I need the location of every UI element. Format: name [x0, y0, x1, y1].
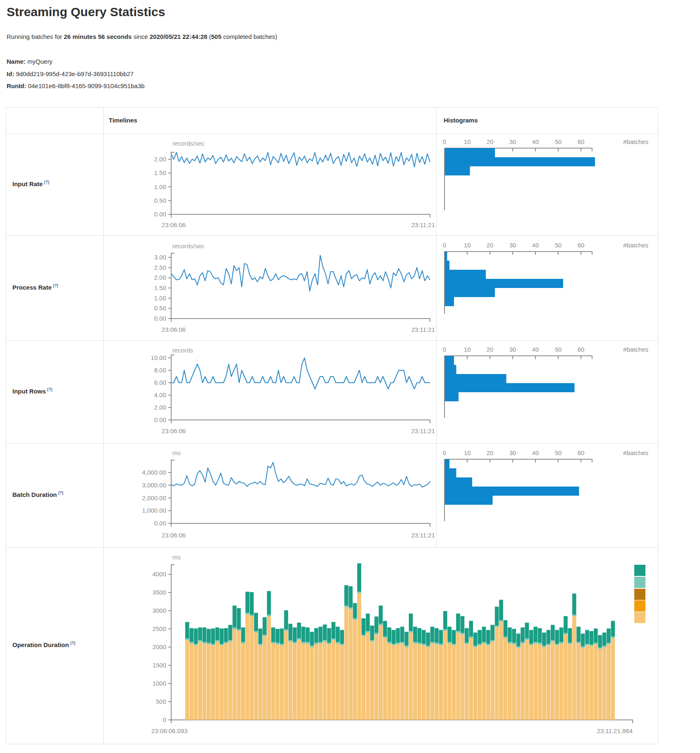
stacked-bar-segment	[224, 643, 228, 720]
stacked-bar-segment	[224, 642, 228, 644]
axis-tick-label: 1.00	[154, 183, 166, 190]
stacked-bar-segment	[353, 603, 357, 619]
axis-tick-label: 3,000.00	[142, 482, 166, 489]
stacked-bar-segment	[349, 609, 353, 720]
axis-tick-label: 2.00	[154, 156, 166, 163]
stacked-bar-segment	[516, 648, 521, 720]
stacked-bar-segment	[289, 642, 293, 720]
stacked-bar-segment	[228, 625, 232, 640]
stacked-bar-segment	[538, 644, 542, 720]
stacked-bar-segment	[529, 644, 533, 645]
stacked-bar-segment	[189, 643, 194, 720]
stacked-bar-segment	[568, 644, 572, 720]
stacked-bar-segment	[323, 640, 327, 642]
legend-swatch	[634, 589, 645, 600]
axis-tick-label: 10	[464, 346, 471, 353]
stacked-bar-segment	[525, 640, 529, 720]
stacked-bar-segment	[207, 643, 211, 644]
stacked-bar-segment	[413, 642, 417, 644]
stacked-bar-segment	[185, 638, 189, 640]
stacked-bar-segment	[332, 622, 336, 638]
stacked-bar-segment	[220, 628, 224, 644]
stacked-bar-segment	[435, 644, 439, 720]
stacked-bar-segment	[344, 607, 349, 720]
stacked-bar-segment	[366, 631, 370, 633]
stacked-bar-segment	[215, 642, 220, 720]
stacked-bar-segment	[452, 645, 456, 720]
stacked-bar-segment	[447, 642, 452, 644]
stacked-bar-segment	[198, 640, 202, 642]
stacked-bar-segment	[456, 631, 460, 633]
stacked-bar-segment	[185, 622, 189, 638]
stacked-bar-segment	[349, 607, 353, 609]
stacked-bar-segment	[426, 647, 430, 720]
stacked-bar-segment	[504, 620, 508, 637]
histogram-bar	[445, 374, 506, 383]
stacked-bar-segment	[387, 643, 392, 720]
stacked-bar-segment	[400, 642, 404, 644]
axis-tick-label: 1,000.00	[142, 507, 166, 514]
stacked-bar-segment	[478, 630, 482, 644]
stacked-bar-segment	[585, 645, 589, 720]
stacked-bar-segment	[504, 638, 508, 720]
x-axis-end-label: 23:11:21	[411, 221, 435, 228]
stacked-bar-segment	[250, 615, 254, 616]
stacked-bar-segment	[241, 643, 245, 720]
stacked-bar-segment	[271, 642, 275, 644]
stacked-bar-segment	[344, 606, 349, 607]
axis-tick-label: 0.50	[154, 197, 166, 204]
stacked-bar-segment	[241, 642, 245, 644]
stacked-bar-segment	[370, 642, 374, 720]
timeline-x-axis	[171, 319, 430, 322]
stacked-bar-segment	[254, 613, 258, 631]
axis-tick-label: 50	[555, 449, 562, 456]
stacked-bar-segment	[430, 643, 435, 720]
stacked-bar-segment	[482, 643, 486, 720]
streaming-query-statistics-page: Streaming Query Statistics Running batch…	[0, 0, 700, 753]
stacked-bar-segment	[267, 616, 271, 720]
histogram-bar	[445, 157, 595, 166]
axis-tick-label: 20	[487, 346, 494, 353]
axis-tick-label: 3000	[153, 607, 166, 614]
stacked-bar-segment	[512, 643, 516, 644]
stacked-bar-segment	[297, 638, 301, 640]
stacked-bar-segment	[383, 638, 387, 720]
timeline-line-series	[171, 152, 430, 167]
stacked-bar-segment	[486, 645, 490, 720]
stacked-bar-segment	[418, 628, 422, 643]
stacked-bar-segment	[250, 616, 254, 720]
stacked-bar-segment	[456, 633, 460, 720]
axis-tick-label: 0	[443, 346, 446, 353]
stacked-bar-segment	[336, 643, 340, 720]
stacked-bar-segment	[211, 628, 215, 644]
stacked-bar-segment	[207, 629, 211, 643]
stacked-bar-segment	[418, 644, 422, 720]
stacked-bar-segment	[529, 645, 533, 720]
stacked-bar-segment	[297, 640, 301, 720]
timeline-unit-label: records/sec	[172, 242, 205, 249]
stacked-bar-segment	[602, 633, 607, 646]
stacked-bar-segment	[194, 644, 198, 645]
axis-tick-label: 0	[443, 138, 446, 145]
legend-swatch	[634, 612, 645, 623]
axis-tick-label: 0.00	[154, 416, 166, 423]
stacked-bar-segment	[323, 624, 327, 640]
stacked-bar-segment	[499, 621, 503, 720]
stacked-bar-segment	[409, 614, 413, 631]
stacked-bar-segment	[370, 640, 374, 642]
stacked-bar-segment	[263, 617, 267, 635]
stacked-bar-segment	[585, 644, 589, 645]
histogram-bar	[445, 477, 472, 487]
stacked-bar-segment	[215, 628, 220, 640]
stacked-bar-segment	[499, 600, 503, 620]
stacked-bar-segment	[375, 634, 379, 720]
stacked-bar-segment	[232, 629, 237, 720]
axis-tick-label: 1500	[153, 662, 166, 669]
op-duration-y-axis	[171, 565, 174, 720]
stacked-bar-segment	[564, 633, 568, 635]
stacked-bar-segment	[525, 623, 529, 638]
stacked-bar-segment	[392, 644, 396, 645]
stacked-bar-segment	[611, 637, 615, 638]
stacked-bar-segment	[366, 633, 370, 720]
stacked-bar-segment	[551, 640, 555, 642]
